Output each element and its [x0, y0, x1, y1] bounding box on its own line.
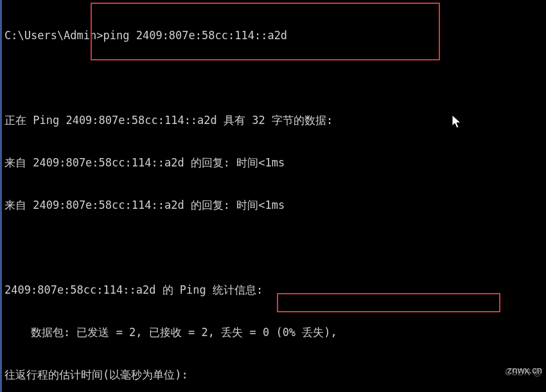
terminal-window[interactable]: C:\Users\Admin>ping 2409:807e:58cc:114::…	[2, 0, 546, 392]
terminal-line: 来自 2409:807e:58cc:114::a2d 的回复: 时间<1ms	[4, 198, 543, 212]
terminal-line: 往返行程的估计时间(以毫秒为单位):	[4, 368, 543, 382]
terminal-line: 正在 Ping 2409:807e:58cc:114::a2d 具有 32 字节…	[4, 113, 543, 127]
watermark-znwx: znwx.cn	[507, 363, 542, 377]
terminal-line	[4, 71, 543, 85]
terminal-line: 2409:807e:58cc:114::a2d 的 Ping 统计信息:	[4, 283, 543, 297]
terminal-line: C:\Users\Admin>ping 2409:807e:58cc:114::…	[4, 28, 543, 42]
terminal-line	[4, 240, 543, 254]
terminal-line: 来自 2409:807e:58cc:114::a2d 的回复: 时间<1ms	[4, 156, 543, 170]
terminal-line: 数据包: 已发送 = 2, 已接收 = 2, 丢失 = 0 (0% 丢失),	[4, 325, 543, 339]
